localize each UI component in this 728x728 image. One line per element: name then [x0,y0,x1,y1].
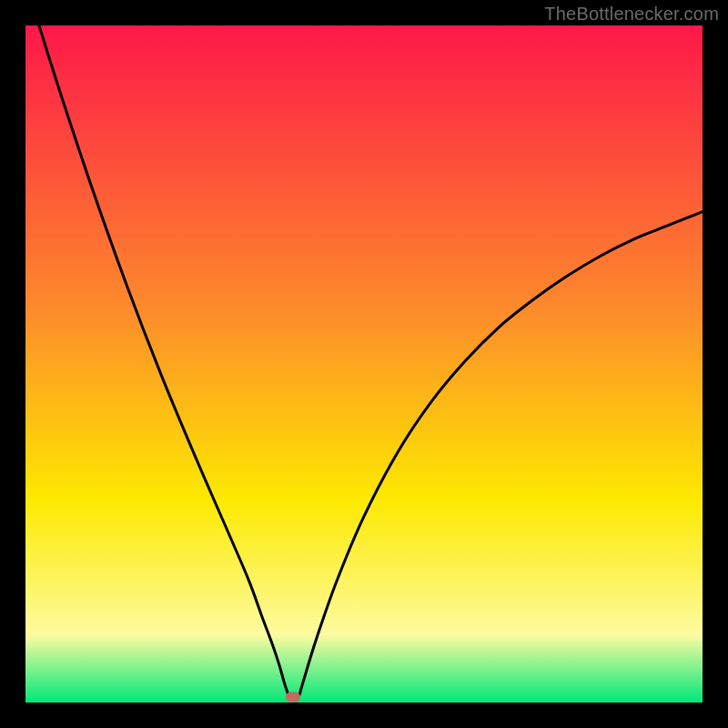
plot-area [25,25,703,703]
curve-right-branch [299,212,703,694]
bottleneck-curve [25,25,703,703]
optimum-marker [286,693,300,703]
curve-left-branch [39,25,288,694]
chart-frame: TheBottlenecker.com [0,0,728,728]
attribution-text: TheBottlenecker.com [544,4,719,25]
